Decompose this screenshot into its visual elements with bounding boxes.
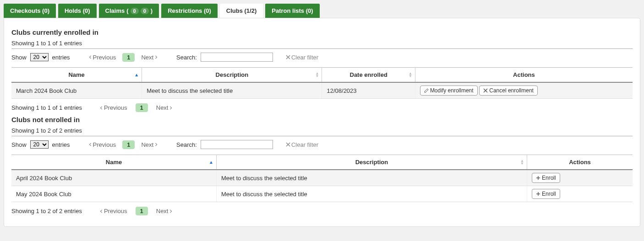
chevron-right-icon xyxy=(154,55,158,59)
cell-actions: Enroll xyxy=(527,170,633,186)
tab-clubs[interactable]: Clubs (1/2) xyxy=(220,4,263,18)
enrolled-next-label: Next xyxy=(141,54,153,61)
prev-label: Previous xyxy=(93,141,116,148)
enroll-button[interactable]: Enroll xyxy=(532,173,560,183)
col-name-label: Name xyxy=(68,71,84,78)
cancel-enrollment-button[interactable]: Cancel enrollment xyxy=(479,86,538,96)
sort-icon: ▲▼ xyxy=(316,72,319,78)
col-description[interactable]: Description ▲▼ xyxy=(216,155,527,170)
next-label: Next xyxy=(156,208,169,214)
cell-date-enrolled: 12/08/2023 xyxy=(322,82,415,99)
clear-filter-label: Clear filter xyxy=(291,54,318,61)
cell-actions: Modify enrollment Cancel enrollment xyxy=(415,82,633,99)
not-enrolled-controls: Show 20 entries Previous 1 Next Search: … xyxy=(11,140,633,149)
col-name[interactable]: Name ▲ xyxy=(11,68,142,83)
col-actions: Actions xyxy=(415,68,633,83)
col-date-enrolled[interactable]: Date enrolled ▲▼ xyxy=(322,68,415,83)
show-label: Show xyxy=(11,54,27,61)
plus-icon xyxy=(536,192,540,196)
entries-label: entries xyxy=(52,54,70,61)
enrolled-current-page: 1 xyxy=(122,53,135,62)
next-label: Next xyxy=(141,141,153,148)
cancel-label: Cancel enrollment xyxy=(489,87,534,94)
x-icon xyxy=(286,55,290,59)
tab-claims-paren: ( xyxy=(126,7,128,14)
chevron-right-icon xyxy=(169,209,173,213)
enrolled-page-size-select[interactable]: 20 xyxy=(30,53,49,61)
claims-count-2: 0 xyxy=(141,8,149,14)
tab-restrictions[interactable]: Restrictions (0) xyxy=(161,4,218,18)
cell-name: March 2024 Book Club xyxy=(11,82,142,99)
not-enrolled-current-page: 1 xyxy=(122,140,135,149)
not-enrolled-info: Showing 1 to 2 of 2 entries xyxy=(11,127,633,136)
chevron-left-icon xyxy=(88,55,92,59)
prev-label: Previous xyxy=(104,208,127,214)
sort-icon: ▲▼ xyxy=(520,160,524,165)
enroll-label: Enroll xyxy=(542,191,556,197)
enrolled-heading: Clubs currently enrolled in xyxy=(11,28,633,36)
modify-label: Modify enrollment xyxy=(430,87,474,94)
enrolled-next[interactable]: Next xyxy=(138,53,161,62)
cell-description: Meet to discuss the selected title xyxy=(142,82,322,99)
enrolled-footer-prev[interactable]: Previous xyxy=(97,103,130,112)
enroll-button[interactable]: Enroll xyxy=(532,189,560,199)
enrolled-search-label: Search: xyxy=(176,54,197,61)
tab-content: Clubs currently enrolled in Showing 1 to… xyxy=(4,18,640,227)
tab-claims-paren-close: ) xyxy=(151,7,153,14)
tab-patron-lists[interactable]: Patron lists (0) xyxy=(265,4,319,18)
col-description[interactable]: Description ▲▼ xyxy=(142,68,322,83)
not-enrolled-footer-next[interactable]: Next xyxy=(153,207,176,215)
col-actions: Actions xyxy=(527,155,633,170)
col-actions-label: Actions xyxy=(569,159,591,166)
col-name[interactable]: Name ▲ xyxy=(11,155,216,170)
tab-claims-label: Claims xyxy=(105,7,125,14)
table-row: March 2024 Book Club Meet to discuss the… xyxy=(11,82,633,99)
not-enrolled-footer-prev[interactable]: Previous xyxy=(97,207,130,215)
enrolled-footer: Showing 1 to 1 of 1 entries Previous 1 N… xyxy=(11,103,633,112)
tab-claims[interactable]: Claims ( 0 0 ) xyxy=(99,4,159,18)
not-enrolled-page-size-select[interactable]: 20 xyxy=(30,140,49,149)
sort-asc-icon: ▲ xyxy=(209,161,213,164)
enrolled-controls: Show 20 entries Previous 1 Next Search: … xyxy=(11,53,633,62)
not-enrolled-search-input[interactable] xyxy=(201,140,273,149)
not-enrolled-clear-filter[interactable]: Clear filter xyxy=(286,141,318,148)
tab-bar: Checkouts (0) Holds (0) Claims ( 0 0 ) R… xyxy=(4,4,640,18)
sort-asc-icon: ▲ xyxy=(134,74,139,76)
chevron-right-icon xyxy=(169,106,173,110)
claims-count-1: 0 xyxy=(131,8,139,14)
not-enrolled-table: Name ▲ Description ▲▼ Actions April 2024… xyxy=(11,155,633,202)
col-actions-label: Actions xyxy=(513,71,535,78)
chevron-left-icon xyxy=(99,209,103,213)
col-description-label: Description xyxy=(355,159,388,166)
enroll-label: Enroll xyxy=(542,175,556,181)
chevron-left-icon xyxy=(88,143,92,146)
not-enrolled-next[interactable]: Next xyxy=(138,140,161,149)
enrolled-footer-info: Showing 1 to 1 of 1 entries xyxy=(11,104,82,111)
clear-filter-label: Clear filter xyxy=(291,141,318,148)
enrolled-clear-filter[interactable]: Clear filter xyxy=(286,54,318,61)
tab-holds[interactable]: Holds (0) xyxy=(58,4,97,18)
modify-enrollment-button[interactable]: Modify enrollment xyxy=(420,86,478,96)
col-name-label: Name xyxy=(106,159,122,166)
tab-checkouts[interactable]: Checkouts (0) xyxy=(4,4,56,18)
entries-label: entries xyxy=(52,141,70,148)
pencil-icon xyxy=(424,88,429,93)
not-enrolled-prev[interactable]: Previous xyxy=(86,140,119,149)
enrolled-footer-next[interactable]: Next xyxy=(153,103,176,112)
enrolled-info: Showing 1 to 1 of 1 entries xyxy=(11,40,633,49)
cell-actions: Enroll xyxy=(527,186,633,202)
sort-icon: ▲▼ xyxy=(409,72,412,78)
table-row: May 2024 Book Club Meet to discuss the s… xyxy=(11,186,633,202)
x-icon xyxy=(483,88,488,93)
enrolled-prev[interactable]: Previous xyxy=(86,53,119,62)
not-enrolled-search-label: Search: xyxy=(176,141,197,148)
cell-name: April 2024 Book Club xyxy=(11,170,216,186)
enrolled-footer-page: 1 xyxy=(136,103,148,112)
col-date-label: Date enrolled xyxy=(350,71,387,78)
enrolled-prev-label: Previous xyxy=(93,54,116,61)
cell-description: Meet to discuss the selected title xyxy=(216,186,527,202)
cell-description: Meet to discuss the selected title xyxy=(216,170,527,186)
not-enrolled-footer-info: Showing 1 to 2 of 2 entries xyxy=(11,208,82,214)
prev-label: Previous xyxy=(104,104,127,111)
enrolled-search-input[interactable] xyxy=(201,53,273,62)
